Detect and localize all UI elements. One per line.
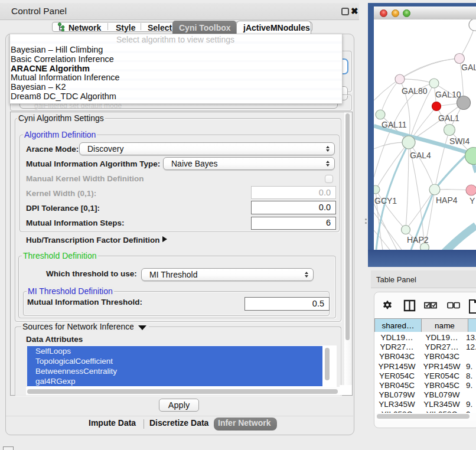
svg-text:HAP2: HAP2 bbox=[407, 235, 429, 244]
svg-text:SWI4: SWI4 bbox=[449, 136, 470, 146]
svg-text:GAL10: GAL10 bbox=[435, 90, 461, 99]
svg-text:GAL7: GAL7 bbox=[461, 63, 476, 72]
svg-text:GAL1: GAL1 bbox=[438, 113, 459, 123]
svg-text:HAP4: HAP4 bbox=[436, 195, 458, 205]
svg-text:GAL11: GAL11 bbox=[382, 120, 407, 129]
svg-text:GCY1: GCY1 bbox=[374, 196, 397, 206]
svg-text:GAL4: GAL4 bbox=[410, 151, 431, 160]
svg-text:GAL80: GAL80 bbox=[402, 86, 428, 96]
svg-text:Y: Y bbox=[470, 196, 475, 206]
